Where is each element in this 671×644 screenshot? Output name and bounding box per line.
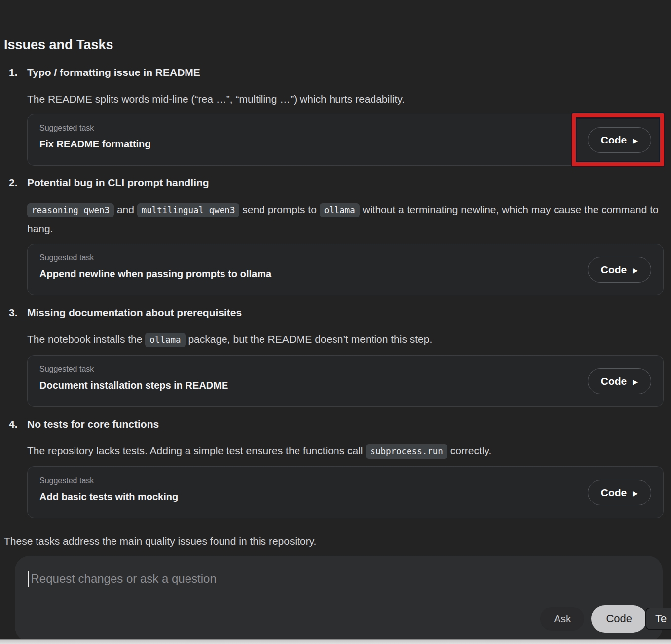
inline-code-chip: ollama — [320, 203, 360, 217]
code-mode-button[interactable]: Code — [591, 605, 647, 633]
suggested-task-card: Suggested task Append newline when passi… — [27, 244, 664, 295]
text-cursor — [28, 571, 29, 587]
description-text: package, but the README doesn’t mention … — [186, 333, 433, 345]
task-label: Suggested task — [39, 476, 651, 486]
code-button-label: Code — [601, 264, 627, 276]
issue-description: The notebook installs the ollama package… — [27, 330, 665, 349]
composer-input[interactable]: Request changes or ask a question — [28, 571, 650, 587]
suggested-task-card: Suggested task Document installation ste… — [27, 355, 664, 407]
issue-description: reasoning_qwen3 and multilingual_qwen3 s… — [27, 200, 665, 238]
task-title: Document installation steps in README — [39, 379, 651, 392]
composer-placeholder: Request changes or ask a question — [31, 572, 217, 586]
issue-title: No tests for core functions — [27, 418, 159, 430]
description-text: send prompts to — [239, 204, 319, 215]
code-button-label: Code — [601, 487, 627, 499]
summary-text: These tasks address the main quality iss… — [4, 535, 671, 548]
page-title: Issues and Tasks — [4, 37, 671, 53]
issue-number: 2. — [9, 177, 27, 189]
issue-heading: 4. No tests for core functions — [9, 418, 671, 430]
code-button[interactable]: Code ▶ — [588, 480, 651, 505]
partial-cutoff-button[interactable]: Te — [645, 608, 671, 630]
code-button[interactable]: Code ▶ — [588, 127, 651, 153]
task-title: Append newline when passing prompts to o… — [39, 267, 651, 280]
code-button-label: Code — [601, 375, 627, 387]
task-title: Add basic tests with mocking — [39, 490, 651, 503]
suggested-task-card: Suggested task Add basic tests with mock… — [27, 466, 664, 518]
task-label: Suggested task — [39, 123, 651, 133]
inline-code-chip: ollama — [145, 333, 185, 347]
code-button[interactable]: Code ▶ — [588, 257, 651, 283]
issue-title: Missing documentation about prerequisite… — [27, 306, 242, 319]
play-icon: ▶ — [633, 267, 638, 274]
issue-number: 4. — [9, 418, 27, 430]
composer-buttons: Ask Code — [540, 605, 647, 633]
bottom-window-edge — [0, 639, 671, 644]
issue-heading: 3. Missing documentation about prerequis… — [9, 306, 671, 319]
issue-title: Typo / formatting issue in README — [27, 66, 200, 79]
description-text: The README splits words mid-line (“rea …… — [27, 93, 405, 105]
inline-code-chip: reasoning_qwen3 — [27, 203, 114, 217]
issue-description: The README splits words mid-line (“rea …… — [27, 90, 665, 108]
issue-heading: 2. Potential bug in CLI prompt handling — [9, 177, 671, 189]
issue-description: The repository lacks tests. Adding a sim… — [27, 441, 665, 461]
ask-button[interactable]: Ask — [540, 607, 584, 631]
issue-heading: 1. Typo / formatting issue in README — [9, 66, 671, 79]
play-icon: ▶ — [633, 490, 638, 497]
issue-number: 1. — [9, 66, 27, 79]
suggested-task-card: Suggested task Fix README formatting Cod… — [27, 114, 664, 166]
play-icon: ▶ — [633, 137, 638, 144]
description-text: and — [114, 204, 137, 215]
task-title: Fix README formatting — [39, 138, 651, 150]
inline-code-chip: multilingual_qwen3 — [137, 203, 240, 217]
code-button[interactable]: Code ▶ — [588, 368, 651, 394]
task-label: Suggested task — [39, 364, 651, 374]
task-label: Suggested task — [39, 253, 651, 263]
play-icon: ▶ — [633, 378, 638, 385]
partial-button-label: Te — [655, 612, 667, 625]
description-text: correctly. — [447, 445, 491, 456]
issue-item-4: 4. No tests for core functions The repos… — [0, 418, 671, 518]
inline-code-chip: subprocess.run — [366, 444, 447, 459]
issue-title: Potential bug in CLI prompt handling — [27, 177, 209, 189]
description-text: The notebook installs the — [27, 333, 145, 345]
composer-box: Request changes or ask a question Ask Co… — [15, 556, 663, 642]
issue-item-3: 3. Missing documentation about prerequis… — [0, 306, 671, 407]
issue-number: 3. — [9, 306, 27, 319]
issue-item-1: 1. Typo / formatting issue in README The… — [0, 66, 671, 166]
issue-item-2: 2. Potential bug in CLI prompt handling … — [0, 177, 671, 295]
code-button-label: Code — [601, 134, 627, 146]
description-text: The repository lacks tests. Adding a sim… — [27, 445, 366, 456]
